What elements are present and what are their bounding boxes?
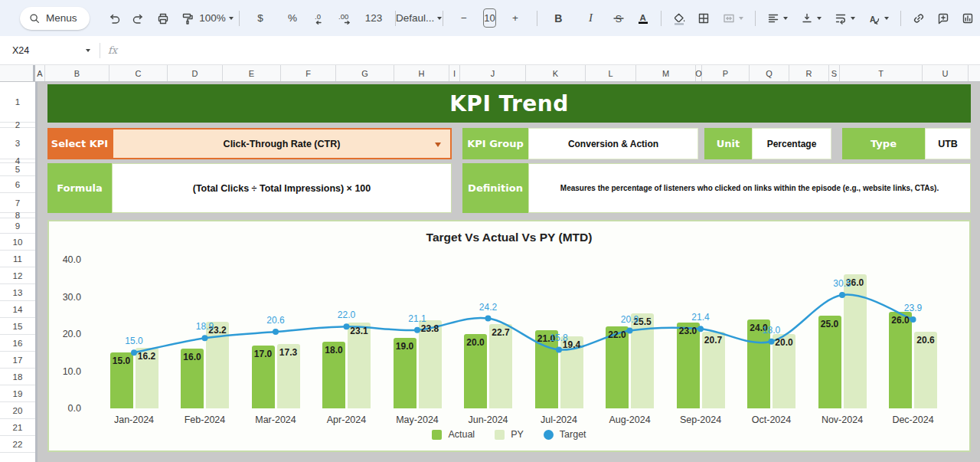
undo-icon <box>107 11 121 25</box>
chart-legend: ActualPYTarget <box>49 429 969 440</box>
column-header-R[interactable]: R <box>789 65 829 81</box>
column-header-J[interactable]: J <box>460 65 526 81</box>
fill-color-button[interactable] <box>668 8 690 28</box>
column-header-F[interactable]: F <box>281 65 336 81</box>
column-header-E[interactable]: E <box>223 65 281 81</box>
italic-button[interactable]: I <box>576 8 606 28</box>
kpi-trend-chart[interactable]: Target Vs Actual Vs PY (MTD) 15.016.215.… <box>47 220 971 452</box>
target-value-label: 21.4 <box>679 312 722 323</box>
more-formats-button[interactable]: 123 <box>359 8 389 28</box>
decrease-font-size-button[interactable]: − <box>449 8 479 28</box>
name-box[interactable]: X24 <box>0 45 90 56</box>
decrease-decimal-button[interactable]: .0 <box>310 8 332 28</box>
row-header-3[interactable]: 3 <box>0 128 35 159</box>
text-rotation-button[interactable]: A <box>863 8 894 28</box>
y-axis-tick-20.0: 20.0 <box>49 328 81 340</box>
paint-icon <box>181 11 194 25</box>
toolbar-divider <box>239 11 240 26</box>
x-axis-label-Oct-2024: Oct-2024 <box>737 414 807 425</box>
select-all-corner[interactable] <box>0 65 35 81</box>
row-header-19[interactable]: 19 <box>0 385 35 402</box>
insert-comment-button[interactable] <box>933 8 955 28</box>
column-header-C[interactable]: C <box>109 65 168 81</box>
actual-value-label: 20.0 <box>458 337 493 348</box>
row-header-16[interactable]: 16 <box>0 335 35 352</box>
toolbar-divider <box>900 11 901 26</box>
row-header-partial[interactable] <box>0 453 35 462</box>
paint-format-button[interactable] <box>176 8 198 28</box>
row-header-21[interactable]: 21 <box>0 419 35 436</box>
insert-link-button[interactable] <box>908 8 930 28</box>
select-kpi-dropdown[interactable]: Click-Through Rate (CTR) <box>112 128 452 159</box>
increase-font-size-button[interactable]: + <box>500 8 530 28</box>
column-header-U[interactable]: U <box>923 65 969 81</box>
column-header-M[interactable]: M <box>636 65 696 81</box>
definition-value: Measures the percentage of listeners who… <box>528 163 971 213</box>
font-size-input[interactable]: 10 <box>483 8 496 28</box>
legend-item-actual: Actual <box>432 429 475 440</box>
text-color-button[interactable]: A <box>632 8 655 28</box>
column-header-T[interactable]: T <box>840 65 923 81</box>
column-header-B[interactable]: B <box>45 65 109 81</box>
column-header-Q[interactable]: Q <box>750 65 789 81</box>
row-header-13[interactable]: 13 <box>0 284 35 301</box>
redo-button[interactable] <box>127 8 149 28</box>
unit-value: Percentage <box>752 128 831 159</box>
legend-item-target: Target <box>544 429 586 440</box>
column-header-S[interactable]: S <box>829 65 840 81</box>
target-value-label: 23.9 <box>892 303 935 313</box>
actual-value-label: 19.0 <box>387 341 423 352</box>
strikethrough-button[interactable]: S <box>608 8 630 28</box>
column-header-G[interactable]: G <box>336 65 394 81</box>
row-header-22[interactable]: 22 <box>0 436 35 453</box>
column-header-K[interactable]: K <box>526 65 586 81</box>
legend-item-py: PY <box>495 429 524 440</box>
insert-chart-button[interactable] <box>957 8 979 28</box>
target-value-label: 21.1 <box>396 313 439 324</box>
zoom-select[interactable]: 100% <box>201 8 232 28</box>
valign-icon <box>800 11 814 25</box>
row-header-10[interactable]: 10 <box>0 234 35 251</box>
py-value-label: 16.2 <box>129 351 165 362</box>
column-header-I[interactable]: I <box>449 65 460 81</box>
row-header-15[interactable]: 15 <box>0 318 35 335</box>
borders-button[interactable] <box>692 8 714 28</box>
chevron-down-icon <box>817 17 822 20</box>
legend-label: Target <box>560 429 586 440</box>
text-wrap-button[interactable] <box>829 8 861 28</box>
column-header-A[interactable]: A <box>35 65 45 81</box>
menus-search[interactable]: Menus <box>20 7 90 30</box>
row-header-17[interactable]: 17 <box>0 352 35 369</box>
column-header-P[interactable]: P <box>702 65 750 81</box>
row-header-2[interactable]: 2 <box>0 123 35 128</box>
actual-value-label: 22.0 <box>599 329 635 340</box>
row-header-11[interactable]: 11 <box>0 251 35 267</box>
row-header-6[interactable]: 6 <box>0 176 35 193</box>
row-header-18[interactable]: 18 <box>0 369 35 385</box>
merge-cells-button <box>717 8 748 28</box>
incdec-icon: .00 <box>338 11 352 25</box>
row-header-14[interactable]: 14 <box>0 301 35 318</box>
format-percent-button[interactable]: % <box>278 8 308 28</box>
undo-button[interactable] <box>103 8 125 28</box>
font-select[interactable]: Defaul... <box>402 8 436 28</box>
row-header-12[interactable]: 12 <box>0 267 35 284</box>
column-header-D[interactable]: D <box>168 65 223 81</box>
column-header-H[interactable]: H <box>394 65 449 81</box>
vertical-align-button[interactable] <box>795 8 827 28</box>
row-header-20[interactable]: 20 <box>0 402 35 419</box>
increase-decimal-button[interactable]: .00 <box>335 8 357 28</box>
row-header-5[interactable]: 5 <box>0 163 35 176</box>
row-header-8[interactable]: 8 <box>0 213 35 218</box>
row-header-1[interactable]: 1 <box>0 82 35 123</box>
formula-input[interactable] <box>128 36 980 64</box>
row-header-9[interactable]: 9 <box>0 218 35 234</box>
column-header-L[interactable]: L <box>586 65 636 81</box>
horizontal-align-button[interactable] <box>762 8 793 28</box>
actual-value-label: 25.0 <box>812 319 848 329</box>
chevron-down-icon <box>86 49 90 52</box>
bold-button[interactable]: B <box>544 8 573 28</box>
format-currency-button[interactable]: $ <box>246 8 276 28</box>
print-button[interactable] <box>152 8 174 28</box>
column-header-O[interactable]: O <box>696 65 702 81</box>
